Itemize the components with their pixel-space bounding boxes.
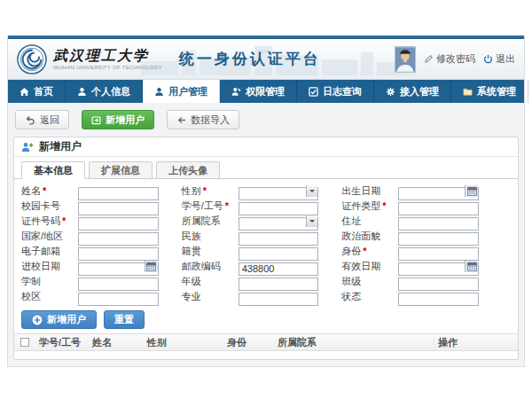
class-input[interactable] bbox=[398, 278, 479, 291]
field-label-id-type: 证件类型* bbox=[341, 200, 398, 213]
status-input[interactable] bbox=[398, 293, 479, 306]
add-user-toolbar-button[interactable]: 新增用户 bbox=[82, 110, 154, 129]
political-status-input[interactable] bbox=[398, 232, 479, 246]
nav-item-profile[interactable]: 个人信息 bbox=[66, 80, 143, 103]
data-import-button[interactable]: 数据导入 bbox=[167, 110, 239, 129]
grade-input[interactable] bbox=[239, 278, 319, 291]
nav-item-users[interactable]: 用户管理 bbox=[143, 80, 220, 103]
section-title: 新增用户 bbox=[39, 139, 82, 154]
user-area: 修改密码 退出 bbox=[395, 46, 515, 73]
field-label-campus-card: 校园卡号 bbox=[21, 200, 78, 213]
brand: 武汉理工大学 WUHAN UNIVERSITY OF TECHNOLOGY 统一… bbox=[17, 44, 321, 74]
tab-basic[interactable]: 基本信息 bbox=[21, 161, 85, 179]
country-region-input[interactable] bbox=[78, 232, 159, 246]
field-id-type: 证件类型* bbox=[341, 200, 479, 213]
email-input[interactable] bbox=[78, 247, 159, 261]
folder-icon bbox=[463, 87, 473, 97]
select-all-checkbox[interactable] bbox=[20, 338, 29, 347]
field-grade: 年级 bbox=[182, 275, 319, 288]
calendar-icon[interactable] bbox=[465, 261, 478, 272]
dropdown-arrow-icon[interactable] bbox=[306, 185, 317, 197]
school-system-input[interactable] bbox=[78, 278, 159, 291]
campus-card-input[interactable] bbox=[78, 202, 159, 215]
address-input[interactable] bbox=[398, 217, 479, 231]
nav-item-permission[interactable]: 权限管理 bbox=[220, 80, 297, 103]
nav-item-home[interactable]: 首页 bbox=[8, 80, 66, 103]
field-label-school-system: 学制 bbox=[21, 275, 78, 288]
university-name-en: WUHAN UNIVERSITY OF TECHNOLOGY bbox=[53, 65, 162, 70]
pencil-icon bbox=[424, 54, 434, 64]
field-postal-code: 邮政编码 bbox=[182, 260, 319, 273]
field-label-student-id: 学号/工号* bbox=[182, 200, 239, 213]
field-native-place: 籍贯 bbox=[182, 245, 319, 258]
field-label-status: 状态 bbox=[341, 290, 398, 303]
nav-item-system[interactable]: 系统管理 bbox=[451, 80, 528, 103]
required-asterisk: * bbox=[382, 200, 386, 211]
field-label-valid-date: 有效日期 bbox=[341, 260, 398, 273]
required-asterisk: * bbox=[62, 215, 66, 226]
change-password-label: 修改密码 bbox=[436, 52, 475, 66]
nav-item-label: 日志查询 bbox=[323, 85, 362, 98]
required-asterisk: * bbox=[363, 246, 366, 256]
nav-item-access[interactable]: 接入管理 bbox=[374, 80, 451, 103]
logout-label: 退出 bbox=[496, 52, 515, 66]
data-import-label: 数据导入 bbox=[191, 113, 230, 127]
change-password-link[interactable]: 修改密码 bbox=[424, 52, 475, 66]
field-major: 专业 bbox=[182, 290, 319, 303]
postal-code-input[interactable] bbox=[239, 262, 319, 276]
field-status: 状态 bbox=[341, 290, 479, 303]
field-campus-card: 校园卡号 bbox=[21, 200, 159, 213]
identity-input[interactable] bbox=[398, 247, 479, 261]
profile-icon bbox=[77, 87, 87, 97]
reset-button[interactable]: 重置 bbox=[104, 310, 145, 329]
id-type-input[interactable] bbox=[398, 202, 479, 215]
field-label-email: 电子邮箱 bbox=[21, 245, 78, 258]
major-input[interactable] bbox=[239, 293, 319, 306]
logout-link[interactable]: 退出 bbox=[483, 52, 515, 66]
add-user-toolbar-label: 新增用户 bbox=[106, 113, 145, 127]
app-window: 武汉理工大学 WUHAN UNIVERSITY OF TECHNOLOGY 统一… bbox=[7, 35, 525, 367]
screenshot-stage: 武汉理工大学 WUHAN UNIVERSITY OF TECHNOLOGY 统一… bbox=[0, 0, 532, 399]
submit-add-user-button[interactable]: 新增用户 bbox=[21, 310, 97, 329]
field-label-political-status: 政治面貌 bbox=[341, 230, 398, 243]
user-form: 姓名*性别*出生日期校园卡号学号/工号*证件类型*证件号码*所属院系住址国家/地… bbox=[14, 179, 518, 306]
field-campus: 校区 bbox=[21, 290, 159, 303]
table-header-c-dept: 所属院系 bbox=[274, 336, 434, 349]
tab-extended[interactable]: 扩展信息 bbox=[89, 161, 153, 179]
field-ethnicity: 民族 bbox=[182, 230, 319, 243]
nav-item-label: 接入管理 bbox=[400, 85, 439, 98]
id-number-input[interactable] bbox=[78, 217, 159, 231]
main-nav: 首页个人信息用户管理权限管理日志查询接入管理系统管理订阅管理 bbox=[8, 80, 524, 103]
field-birth-date: 出生日期 bbox=[341, 184, 479, 198]
campus-input[interactable] bbox=[78, 293, 159, 306]
field-political-status: 政治面貌 bbox=[341, 230, 479, 243]
toolbar: 返回 新增用户 数据导入 bbox=[15, 110, 517, 129]
users-icon bbox=[154, 87, 164, 97]
field-student-id: 学号/工号* bbox=[182, 200, 319, 213]
native-place-input[interactable] bbox=[239, 247, 319, 261]
name-input[interactable] bbox=[78, 187, 159, 200]
university-name: 武汉理工大学 bbox=[53, 49, 162, 63]
back-button[interactable]: 返回 bbox=[15, 110, 69, 129]
field-label-address: 住址 bbox=[341, 215, 398, 228]
panel-header: 新增用户 bbox=[14, 137, 518, 157]
dropdown-arrow-icon[interactable] bbox=[306, 215, 317, 227]
field-label-enroll-date: 进校日期 bbox=[21, 260, 78, 273]
nav-item-subscribe[interactable]: 订阅管理 bbox=[528, 80, 532, 103]
calendar-icon[interactable] bbox=[145, 261, 158, 272]
home-icon bbox=[20, 87, 29, 97]
field-label-department: 所属院系 bbox=[182, 215, 239, 228]
ethnicity-input[interactable] bbox=[239, 232, 319, 246]
calendar-icon[interactable] bbox=[465, 185, 478, 197]
student-id-input[interactable] bbox=[239, 202, 319, 215]
nav-item-label: 用户管理 bbox=[168, 85, 207, 98]
field-label-country-region: 国家/地区 bbox=[21, 230, 78, 243]
nav-item-logs[interactable]: 日志查询 bbox=[297, 80, 374, 103]
nav-item-label: 个人信息 bbox=[91, 85, 130, 98]
nav-item-label: 首页 bbox=[34, 85, 53, 98]
field-label-id-number: 证件号码* bbox=[21, 215, 78, 228]
field-class: 班级 bbox=[341, 275, 479, 288]
table-header-c-op: 操作 bbox=[434, 336, 518, 349]
user-avatar bbox=[395, 46, 416, 73]
tab-upload-avatar[interactable]: 上传头像 bbox=[156, 161, 220, 179]
